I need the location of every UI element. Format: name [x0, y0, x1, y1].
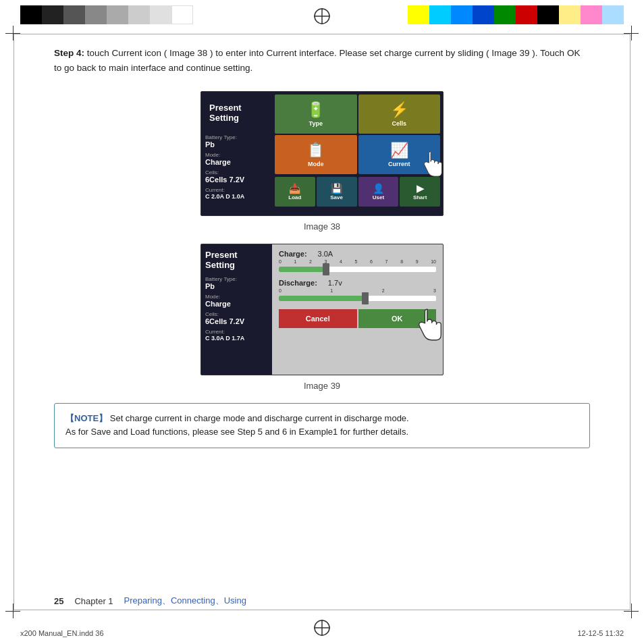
cb-pink [581, 5, 602, 24]
image39-cells-value: 6Cells 7.2V [205, 317, 268, 325]
step4-paragraph: Step 4: touch Current icon ( Image 38 ) … [54, 46, 590, 76]
discharge-ticks: 0123 [279, 288, 436, 293]
image39-right-panel: Charge: 3.0A 012345678910 Discharge: [272, 244, 443, 375]
cb-red [516, 5, 537, 24]
cancel-button[interactable]: Cancel [279, 309, 357, 328]
image38-current-icon[interactable]: 📈 Current [358, 135, 441, 174]
color-bar [20, 5, 624, 24]
type-label: Type [309, 120, 323, 127]
crosshair-tl-icon [5, 26, 20, 41]
footer-page-number: 25 [54, 596, 63, 606]
image39-mode-label: Mode: [205, 294, 268, 300]
cb-gray3 [107, 5, 128, 24]
image38-type-icon[interactable]: 🔋 Type [275, 95, 357, 134]
image38-battery-type-value: Pb [205, 140, 268, 149]
shart-label: Shart [413, 194, 427, 200]
image39-mode-value: Charge [205, 300, 268, 308]
page-border-left [14, 34, 14, 610]
image39-cells-label: Cells: [205, 311, 268, 317]
charge-text: Charge: [279, 250, 307, 258]
note-box: 【NOTE】 Set charge current in charge mode… [54, 403, 590, 449]
ok-button[interactable]: OK [358, 309, 437, 328]
cb-gray4 [128, 5, 150, 24]
cells-symbol: ⚡ [390, 101, 408, 119]
cb-black2 [537, 5, 559, 24]
charge-slider-track[interactable] [279, 267, 436, 272]
footer: 25 Chapter 1 Preparing、Connecting、Using [54, 595, 590, 607]
load-symbol: 📥 [289, 183, 300, 194]
load-label: Load [288, 194, 301, 200]
image39-current-value: C 3.0A D 1.7A [205, 335, 268, 342]
image39-left-panel: PresentSetting Battery Type: Pb Mode: Ch… [201, 244, 272, 375]
crosshair-br-icon [624, 603, 639, 618]
note-text: Set charge current in charge mode and di… [65, 413, 409, 437]
image38-current-label: Current: [205, 187, 268, 193]
discharge-slider-fill [279, 296, 365, 301]
cb-cyan [429, 5, 451, 24]
image38-screenshot: PresentSetting Battery Type: Pb Mode: Ch… [200, 91, 444, 216]
image38-mode-label: Mode: [205, 152, 268, 158]
footer-nav: Preparing、Connecting、Using [124, 595, 246, 607]
main-content: Step 4: touch Current icon ( Image 38 ) … [54, 46, 590, 603]
image39-current-label: Current: [205, 329, 268, 335]
color-bar-right [408, 5, 624, 24]
crosshair-tr-icon [624, 26, 639, 41]
charge-slider-thumb[interactable] [323, 263, 329, 275]
type-symbol: 🔋 [306, 101, 325, 119]
bottom-bar-right: 12-12-5 11:32 [578, 629, 624, 637]
cb-blue2 [473, 5, 494, 24]
save-symbol: 💾 [331, 183, 342, 194]
cb-lightyellow [559, 5, 581, 24]
charge-value: 3.0A [318, 250, 333, 258]
crosshair-bottom-icon [313, 618, 331, 637]
image38-shart-icon[interactable]: ▶ Shart [400, 177, 440, 207]
image38-mode-value: Charge [205, 158, 268, 166]
mode-symbol: 📋 [306, 142, 325, 159]
bottom-bar-left: x200 Manual_EN.indd 36 [20, 629, 104, 637]
charge-slider-fill [279, 267, 326, 272]
image38-cells-value: 6Cells 7.2V [205, 176, 268, 184]
image39-battery-value: Pb [205, 282, 268, 290]
cb-dark [42, 5, 63, 24]
mode-label: Mode [308, 161, 324, 167]
image38-load-icon[interactable]: 📥 Load [275, 177, 315, 207]
image39-battery-label: Battery Type: [205, 276, 268, 282]
cb-gray1 [63, 5, 85, 24]
charge-ticks: 012345678910 [279, 259, 436, 264]
cb-white [171, 5, 193, 24]
step4-label: Step 4: [54, 48, 84, 58]
color-bar-left [20, 5, 193, 24]
image39-charge-label: Charge: 3.0A [279, 250, 436, 258]
image38-battery-type-label: Battery Type: [205, 134, 268, 140]
discharge-slider-track[interactable] [279, 296, 436, 301]
save-label: Save [330, 194, 343, 200]
cb-lightblue [602, 5, 624, 24]
cb-gray2 [85, 5, 107, 24]
cb-black [20, 5, 42, 24]
cells-label: Cells [392, 120, 406, 127]
discharge-slider-thumb[interactable] [362, 292, 369, 304]
image38-present-setting-title: PresentSetting [205, 97, 276, 129]
page-border-right [630, 34, 630, 610]
page-border-top [14, 34, 630, 34]
cb-gray5 [150, 5, 171, 24]
image38-mode-icon[interactable]: 📋 Mode [275, 135, 357, 174]
note-bracket: 【NOTE】 [65, 413, 107, 423]
shart-symbol: ▶ [417, 183, 424, 194]
image39-caption: Image 39 [54, 381, 590, 391]
image38-uset-icon[interactable]: 👤 Uset [358, 177, 399, 207]
footer-chapter: Chapter 1 [74, 596, 113, 606]
image39-discharge-label: Discharge: 1.7v [279, 279, 436, 287]
image38-caption: Image 38 [54, 221, 590, 232]
image38-cells-label: Cells: [205, 169, 268, 176]
image38-bottom-icons: 📥 Load 💾 Save 👤 Uset ▶ Shart [273, 177, 441, 208]
image39-discharge-row: Discharge: 1.7v 0123 [279, 279, 436, 301]
image39-screenshot: PresentSetting Battery Type: Pb Mode: Ch… [200, 244, 444, 375]
cb-blue1 [451, 5, 473, 24]
image38-save-icon[interactable]: 💾 Save [317, 177, 357, 207]
image38-current-value: C 2.0A D 1.0A [205, 193, 268, 200]
image39-buttons: Cancel OK [279, 309, 436, 328]
image38-cells-icon[interactable]: ⚡ Cells [358, 95, 441, 134]
uset-label: Uset [373, 194, 384, 200]
cb-green [494, 5, 516, 24]
